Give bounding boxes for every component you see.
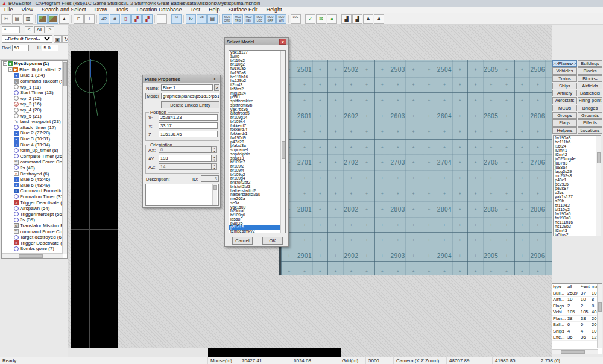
buildings-a-icon[interactable]: ▞: [131, 14, 142, 24]
tree-expander-icon[interactable]: −: [3, 61, 7, 66]
model-list-scrollbar[interactable]: [280, 51, 285, 233]
flatten-tool-icon[interactable]: ⊥: [84, 14, 95, 24]
validate-icon[interactable]: ✓: [305, 14, 315, 24]
palette-model-item[interactable]: ju523mg4e: [554, 157, 601, 161]
category-vehicles-button[interactable]: Vehicles: [552, 67, 577, 74]
tree-item[interactable]: wp_1 (11): [2, 84, 67, 90]
palette-model-item[interactable]: hs129b2: [554, 224, 601, 228]
category-firingpoint-button[interactable]: Firing-point: [578, 97, 602, 104]
palette-model-item[interactable]: bf110g2: [554, 207, 601, 212]
lib-toggle-icon[interactable]: LIB: [197, 14, 207, 24]
ay-field[interactable]: 193: [159, 155, 212, 162]
menu-item-file[interactable]: File: [0, 7, 17, 13]
tree-item[interactable]: Complete Timer (26): [2, 154, 67, 160]
category-locations-button[interactable]: Locations: [578, 127, 602, 134]
tree-item[interactable]: DDestroyed (6): [2, 171, 67, 177]
palette-model-item[interactable]: lagg3s29: [554, 169, 601, 174]
tree-item[interactable]: ccommand Takeoff (9): [2, 78, 67, 84]
ax-spinner[interactable]: ▲▼: [212, 146, 217, 153]
tree-item[interactable]: Bombs gone (7): [2, 246, 67, 252]
model-option[interactable]: tempestmkv2: [229, 230, 285, 233]
table-header-cell[interactable]: all: [567, 284, 580, 290]
chart-b-icon[interactable]: ▟: [352, 14, 362, 24]
category-bridges-button[interactable]: Bridges: [578, 105, 602, 111]
category-battlefield-button[interactable]: Battlefield: [578, 90, 602, 96]
cell-numbers-icon[interactable]: 42: [99, 14, 109, 24]
tree-item[interactable]: ↘land_waypoint (23): [2, 119, 67, 125]
tree-item[interactable]: wp_5 (21): [2, 113, 67, 119]
category-grounds-button[interactable]: Grounds: [578, 112, 602, 119]
tree-item[interactable]: form_up_timer (8): [2, 148, 67, 154]
palette-model-item[interactable]: ju88a4: [554, 165, 601, 169]
tree-item[interactable]: xTrigger Deactivate (64): [2, 240, 67, 246]
object-count-table[interactable]: typeall+entmaBuil...25893710Airfi...1010…: [552, 283, 602, 354]
delete-linked-entity-button[interactable]: Delete Linked Entity: [161, 101, 219, 108]
category-planes-button[interactable]: >>Planes<<: [552, 60, 577, 67]
select-model-titlebar[interactable]: Select Model x: [225, 38, 288, 45]
tree-item[interactable]: +Blue 3 (30:31): [2, 136, 67, 142]
map-viewport[interactable]: ++++++++++++++++++++++++++++++++++++++++…: [68, 25, 552, 357]
person-a-icon[interactable]: ♟: [363, 14, 373, 24]
table-row[interactable]: Buil...25893710: [552, 290, 602, 297]
palette-model-item[interactable]: u2vs: [554, 190, 601, 195]
model-list[interactable]: yak1s127a20bbf110e2bf110g2fw190a5fw190a8…: [229, 50, 286, 233]
palette-model-item[interactable]: fw190a5: [554, 212, 601, 216]
palette-model-item[interactable]: pe2s87: [554, 186, 601, 190]
table-row[interactable]: Ships4410: [552, 328, 602, 335]
person-b-icon[interactable]: ♟: [374, 14, 384, 24]
model-button[interactable]: Model: [145, 93, 160, 99]
pointer-dot-icon[interactable]: ·: [157, 14, 167, 24]
rad-input[interactable]: [12, 45, 29, 51]
description-vscrollbar[interactable]: [212, 184, 217, 205]
table-hscrollbar[interactable]: [552, 349, 598, 354]
x-field[interactable]: 252841.33: [159, 114, 218, 121]
tree-item[interactable]: attack_timer (17): [2, 125, 67, 131]
tree-item[interactable]: wp_4 (20): [2, 107, 67, 113]
tree-hscrollbar[interactable]: [2, 253, 63, 258]
az-spinner[interactable]: ▲▼: [212, 163, 217, 170]
category-aerostats-button[interactable]: Aerostats: [552, 97, 577, 104]
cancel-button[interactable]: Cancel: [232, 237, 253, 245]
palette-model-item[interactable]: i16t24: [554, 144, 601, 148]
map-grid-overlay[interactable]: ++++++++++++++++++++++++++++++++++++++++…: [279, 60, 552, 275]
close-icon[interactable]: x: [279, 39, 286, 45]
model-quick-list[interactable]: fw190a3he111h6i16t24il2m41il2m42ju523mg4…: [553, 135, 601, 236]
tree-item[interactable]: +Blue 4 (33:34): [2, 142, 67, 148]
z-field[interactable]: 135138.45: [159, 131, 218, 137]
terrain-tile-2-icon[interactable]: [48, 14, 58, 24]
table-header-cell[interactable]: type: [552, 284, 567, 290]
mcu-cmd-6-icon[interactable]: MCU WIN: [276, 14, 286, 24]
tree-item[interactable]: Airspawn (54): [2, 206, 67, 212]
palette-model-item[interactable]: a20b: [554, 199, 601, 203]
menu-item-search-and-select[interactable]: Search and Select: [37, 7, 90, 13]
tree-vscrollbar[interactable]: [62, 61, 67, 254]
tree-item[interactable]: +Blue 2 (27:28): [2, 130, 67, 136]
category-helpers-button[interactable]: Helpers: [552, 127, 577, 134]
tree-item[interactable]: +Blue 5 (45:46): [2, 177, 67, 183]
map-render-area[interactable]: [71, 51, 118, 350]
palette-model-item[interactable]: fw190a3: [554, 136, 601, 140]
menu-item-draw[interactable]: Draw: [90, 7, 111, 13]
palette-model-item[interactable]: ju87d3: [554, 161, 601, 165]
tree-item[interactable]: FRcommand Force Com: [2, 228, 67, 234]
category-effects-button[interactable]: Effects: [578, 119, 602, 126]
palette-model-item[interactable]: fw190a8: [554, 216, 601, 220]
mcu-cmd-5-icon[interactable]: MCU GRP: [265, 14, 276, 24]
tree-item[interactable]: 5s (59): [2, 217, 67, 223]
table-header-cell[interactable]: +ent: [580, 284, 591, 290]
description-textarea[interactable]: [145, 184, 219, 206]
table-row[interactable]: Ball...0020: [552, 322, 602, 328]
category-airfields-button[interactable]: Airfields: [578, 83, 602, 89]
links-toggle-icon[interactable]: ▤: [207, 14, 218, 24]
category-flags-button[interactable]: Flags: [552, 119, 577, 126]
loc-toggle-icon[interactable]: LOC: [291, 14, 301, 24]
palette-model-item[interactable]: il2m43: [554, 228, 601, 233]
name-more-button[interactable]: >: [214, 84, 219, 91]
filter-box[interactable]: *: [2, 26, 20, 33]
table-row[interactable]: Airfi...10108: [552, 297, 602, 303]
ok-button[interactable]: OK: [262, 237, 283, 245]
icons-toggle-icon[interactable]: Iv: [186, 14, 196, 24]
grid-lines-icon[interactable]: #: [110, 14, 120, 24]
tree-item[interactable]: xwp_3 (16): [2, 101, 67, 107]
category-blocksdetail-button[interactable]: Blocks-detail: [578, 75, 602, 82]
